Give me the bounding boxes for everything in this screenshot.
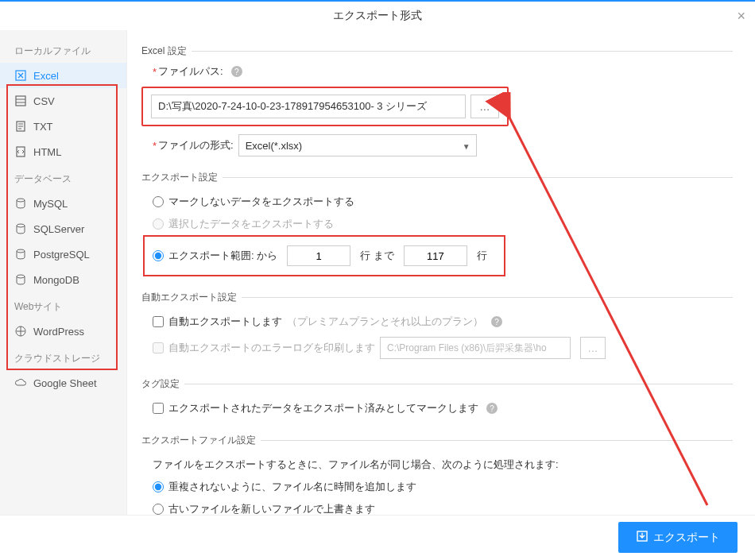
check-errlog-input[interactable] [153,342,164,353]
svg-point-9 [17,199,25,202]
radio-selected[interactable]: 選択したデータをエクスポートする [141,213,733,235]
database-icon [14,248,27,261]
sidebar-item-excel[interactable]: Excel [0,63,126,88]
radio-label: 選択したデータをエクスポートする [168,217,334,231]
file-desc: ファイルをエクスポートするときに、ファイル名が同じ場合、次のように処理されます: [141,454,733,476]
radio-timestamp[interactable]: 重複されないように、ファイル名に時間を追加します [141,476,733,498]
cloud-icon [14,377,27,389]
sidebar-item-wordpress[interactable]: WordPress [0,319,126,344]
sidebar-item-label: HTML [33,146,61,158]
radio-label: 重複されないように、ファイル名に時間を追加します [168,480,416,494]
file-format-select[interactable]: Excel(*.xlsx) [238,134,477,156]
svg-point-11 [17,249,25,253]
sidebar-item-txt[interactable]: TXT [0,114,126,139]
range-from-input[interactable] [287,245,350,266]
sidebar-item-label: WordPress [33,326,84,338]
section-title-auto: 自動エクスポート設定 [141,291,237,304]
sidebar-group-db: データベース [0,164,126,191]
radio-unmarked[interactable]: マークしないデータをエクスポートする [141,191,733,213]
format-label: ファイルの形式: [158,138,234,153]
sidebar-group-local: ローカルファイル [0,37,126,63]
export-button[interactable]: エクスポート [618,522,738,553]
wordpress-icon [14,325,27,338]
required-mark: * [153,140,157,152]
radio-overwrite[interactable]: 古いファイルを新しいファイルで上書きます [141,498,733,515]
radio-unmarked-input[interactable] [153,196,164,207]
sidebar-item-html[interactable]: HTML [0,139,126,164]
database-icon [14,222,27,235]
sidebar-item-label: CSV [33,95,55,107]
sidebar-item-sqlserver[interactable]: SQLServer [0,216,126,241]
svg-rect-1 [16,96,25,106]
required-mark: * [153,66,157,78]
range-prefix: エクスポート範囲: から [168,249,277,263]
browse-button[interactable]: … [470,95,499,118]
dialog-title: エクスポート形式 [333,9,422,23]
export-icon [636,530,649,545]
divider [242,297,733,298]
database-icon [14,197,27,210]
footer: エクスポート [0,515,755,559]
main-area: ローカルファイル Excel CSV TXT HTML データベース MySQL… [0,30,755,515]
titlebar: エクスポート形式 × [0,0,755,30]
info-icon[interactable]: ? [491,316,502,327]
range-to-input[interactable] [404,245,467,266]
check-label: エクスポートされたデータをエクスポート済みとしてマークします [168,401,478,415]
divider [223,177,733,178]
section-title-excel: Excel 設定 [141,44,187,58]
sidebar-item-label: Excel [33,70,59,82]
radio-label: マークしないデータをエクスポートする [168,195,354,209]
divider [192,51,733,52]
file-path-input[interactable] [151,95,466,118]
radio-overwrite-input[interactable] [153,504,164,515]
info-icon[interactable]: ? [231,66,242,77]
sidebar-item-label: Google Sheet [33,377,97,389]
export-button-label: エクスポート [653,531,720,545]
sidebar-item-mongodb[interactable]: MongoDB [0,267,126,292]
radio-selected-input[interactable] [153,218,164,230]
excel-section: Excel 設定 * ファイルパス: ? … * ファイルの形式: Excel(… [141,44,733,156]
export-section: エクスポート設定 マークしないデータをエクスポートする 選択したデータをエクスポ… [141,171,733,276]
premium-hint: （プレミアムプランとそれ以上のプラン） [287,315,483,329]
radio-range-input[interactable] [153,250,164,261]
sidebar-item-csv[interactable]: CSV [0,88,126,114]
sidebar-item-mysql[interactable]: MySQL [0,191,126,216]
excel-icon [14,69,27,82]
tag-section: タグ設定 エクスポートされたデータをエクスポート済みとしてマークします ? [141,377,733,419]
check-mark-exported[interactable]: エクスポートされたデータをエクスポート済みとしてマークします ? [141,397,733,419]
check-auto-export[interactable]: 自動エクスポートします （プレミアムプランとそれ以上のプラン） ? [141,311,733,333]
html-icon [14,145,27,158]
radio-timestamp-input[interactable] [153,481,164,492]
sidebar-item-label: MongoDB [33,274,79,286]
sidebar-group-web: Webサイト [0,292,126,319]
path-highlight-box: … [141,87,509,126]
check-errlog[interactable]: 自動エクスポートのエラーログを印刷します … [141,333,733,363]
row-end-label: 行 [477,249,487,263]
section-title-tag: タグ設定 [141,377,180,391]
check-mark-exported-input[interactable] [153,403,164,414]
range-highlight-box: エクスポート範囲: から 行 まで 行 [143,235,505,276]
sidebar-item-label: SQLServer [33,223,84,235]
check-label: 自動エクスポートします [168,315,282,329]
csv-icon [14,95,27,107]
radio-range[interactable]: エクスポート範囲: から 行 まで 行 [153,241,496,270]
divider [184,384,733,384]
check-auto-export-input[interactable] [153,316,164,327]
divider [261,440,733,441]
database-icon [14,273,27,286]
path-label: ファイルパス: [158,64,223,79]
sidebar-group-cloud: クラウドストレージ [0,344,126,370]
errlog-browse-button: … [580,337,606,359]
txt-icon [14,120,27,133]
sidebar-item-label: MySQL [33,198,68,210]
svg-point-10 [17,224,25,227]
svg-point-12 [17,275,25,278]
sidebar-item-postgresql[interactable]: PostgreSQL [0,241,126,267]
radio-label: 古いファイルを新しいファイルで上書きます [168,502,375,515]
sidebar-item-label: TXT [33,121,53,133]
sidebar: ローカルファイル Excel CSV TXT HTML データベース MySQL… [0,30,127,515]
close-icon[interactable]: × [737,8,745,25]
info-icon[interactable]: ? [486,403,498,414]
section-title-file: エクスポートファイル設定 [141,434,256,447]
sidebar-item-googlesheet[interactable]: Google Sheet [0,370,126,396]
